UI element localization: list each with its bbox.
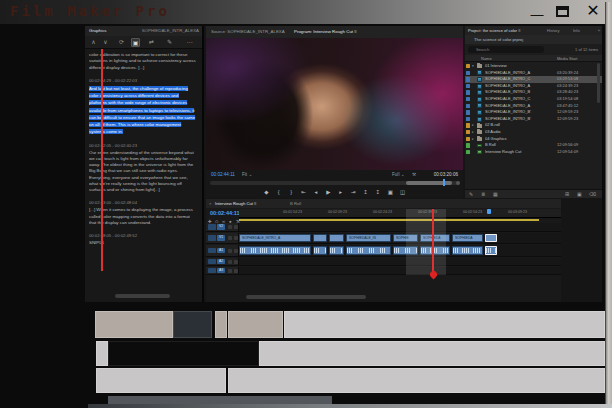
track-a1-lane[interactable] — [239, 245, 561, 256]
go-to-out-icon[interactable]: ⇥ — [348, 187, 359, 198]
timeline-horizontal-scrollbar[interactable] — [246, 295, 366, 299]
monitor-scroll-thumb[interactable] — [406, 181, 452, 185]
track-target-a2[interactable]: A2 — [217, 259, 225, 265]
wrench-icon[interactable]: ⚒ — [412, 170, 416, 180]
sequence-row[interactable]: B Roll12:09:56:09 — [465, 142, 602, 149]
source-patch[interactable] — [208, 235, 216, 241]
column-name[interactable]: Name — [481, 55, 492, 62]
source-patch[interactable] — [208, 224, 216, 230]
video-clip[interactable] — [313, 234, 327, 242]
transcript-segment[interactable]: color calibration is so important to cor… — [89, 52, 197, 71]
video-clip[interactable]: SOPHIEDA — [452, 234, 483, 242]
new-bin-icon[interactable]: ⊞ — [565, 190, 569, 199]
tab-history[interactable]: History — [547, 26, 559, 35]
audio-clip[interactable] — [239, 246, 311, 255]
transcript-segment[interactable]: 00:02:43:00 - 00:02:48:04 [...] When it … — [89, 200, 197, 226]
audio-clip[interactable] — [329, 246, 344, 255]
icon-view-icon[interactable]: ▦ — [493, 190, 498, 199]
bin-row[interactable]: ▸ 03 Audio — [465, 129, 602, 136]
add-marker-icon[interactable]: ◆ — [261, 187, 272, 198]
video-clip[interactable]: SOPHIEDALE_INTRO_A — [239, 234, 311, 242]
list-view-icon[interactable]: ≣ — [481, 190, 485, 199]
track-a3-lane[interactable] — [239, 267, 561, 274]
transcript-segment[interactable]: 00:02:22:05 - 00:02:40:23 Our entire und… — [89, 143, 197, 194]
edit-icon[interactable]: ✎ — [469, 190, 473, 199]
clip-row[interactable]: SOPHIEDALE_INTRO_B'12:09:59:23 — [465, 109, 602, 116]
zoom-level-dropdown[interactable]: Fit ⌄ — [242, 170, 252, 180]
extract-icon[interactable]: ↧ — [372, 187, 383, 198]
scrub-end-handle[interactable] — [456, 181, 460, 185]
tab-project[interactable]: Project: the science of color ≡ — [468, 26, 521, 35]
source-patch[interactable] — [208, 259, 216, 265]
previous-segment-icon[interactable]: ∧ — [89, 38, 98, 47]
loop-icon[interactable]: ⟳ — [117, 38, 126, 47]
audio-clip[interactable] — [346, 246, 391, 255]
edit-pen-icon[interactable]: ✎ — [165, 38, 174, 47]
bin-row[interactable]: ▾ 01 Interview — [465, 63, 602, 70]
more-menu-icon[interactable]: ⋯ — [185, 38, 194, 47]
source-patch[interactable] — [208, 248, 216, 254]
clip-row[interactable]: SOPHIEDALE_INTRO_A03:47:45:12 — [465, 103, 602, 110]
source-patch[interactable] — [208, 268, 216, 274]
track-target-a3[interactable]: A3 — [217, 268, 225, 274]
comparison-view-icon[interactable]: ◫ — [397, 187, 408, 198]
track-a2-lane[interactable] — [239, 258, 561, 265]
go-to-in-icon[interactable]: ⇤ — [298, 187, 309, 198]
clip-row[interactable]: SOPHIEDALE_INTRO_B03:28:40:23 — [465, 89, 602, 96]
sequence-row[interactable]: Interview Rough Cut12:09:54:09 — [465, 149, 602, 156]
solo-track-icon[interactable] — [234, 249, 238, 253]
toggle-track-output-icon[interactable] — [228, 236, 232, 240]
tab-source-monitor[interactable]: Source: SOPHIEDALE_INTR_ALEXA — [211, 26, 285, 38]
tab-sequence-active[interactable]: Interview Rough Cut ≡ — [215, 199, 257, 208]
work-area-end-handle[interactable] — [487, 209, 491, 214]
clip-row-selected[interactable]: SOPHIEDALE_INTRO_C03:29:53:08 — [465, 76, 602, 83]
play-icon[interactable]: ▶ — [323, 187, 334, 198]
clip-row[interactable]: SOPHIEDALE_INTRO_A03:24:39:23 — [465, 83, 602, 90]
time-ruler[interactable]: 00:01:54:23 00:02:09:23 00:02:24:23 00:0… — [239, 209, 561, 218]
lift-icon[interactable]: ↥ — [360, 187, 371, 198]
bin-row[interactable]: ▸ 04 Graphics — [465, 136, 602, 143]
search-input[interactable]: Search — [468, 46, 544, 53]
audio-clip[interactable] — [452, 246, 483, 255]
mark-out-icon[interactable]: } — [286, 187, 297, 198]
toggle-track-output-icon[interactable] — [228, 225, 232, 229]
video-clip[interactable]: SOPHIEDALE_IN — [346, 234, 391, 242]
delete-icon[interactable]: ⌫ — [589, 190, 596, 199]
step-back-icon[interactable]: ◂ — [310, 187, 321, 198]
tab-sequence-broll[interactable]: B Roll — [290, 199, 301, 208]
track-target-v1[interactable]: V1 — [217, 235, 225, 241]
video-clip[interactable] — [329, 234, 344, 242]
lock-track-icon[interactable] — [234, 236, 238, 240]
tab-overflow-icon[interactable]: » — [598, 26, 600, 35]
clip-row[interactable]: SOPHIEDALE_INTRO_C03:19:54:08 — [465, 96, 602, 103]
audio-clip[interactable] — [313, 246, 327, 255]
mark-in-icon[interactable]: { — [273, 187, 284, 198]
clip-row[interactable]: SOPHIEDALE_INTRO_B'12:09:59:23 — [465, 116, 602, 123]
track-target-v2[interactable]: V2 — [217, 224, 225, 230]
playback-resolution-dropdown[interactable]: Full ⌄ — [392, 170, 405, 180]
new-item-icon[interactable]: ▣ — [577, 190, 582, 199]
export-frame-icon[interactable]: ▣ — [385, 187, 396, 198]
project-scrollbar[interactable] — [597, 63, 600, 103]
clip-row[interactable]: SOPHIEDALE_INTRO_A03:20:39:24 — [465, 70, 602, 77]
bin-row[interactable]: ▸ 02 B-roll — [465, 122, 602, 129]
timeline-playhead[interactable] — [432, 209, 434, 275]
close-button[interactable]: ✕ — [584, 2, 602, 18]
lock-track-icon[interactable] — [234, 225, 238, 229]
column-media-start[interactable]: Media Start — [557, 55, 577, 62]
maximize-button[interactable] — [556, 6, 569, 17]
transcript-segment[interactable]: 00:02:04:29 - 00:02:22:03 And last but n… — [89, 78, 197, 136]
audio-clip-selected[interactable] — [485, 246, 497, 255]
mute-track-icon[interactable] — [228, 249, 232, 253]
mute-track-icon[interactable] — [228, 260, 232, 264]
solo-track-icon[interactable] — [234, 260, 238, 264]
caption-icon[interactable]: ▣ — [131, 38, 140, 47]
track-v2-lane[interactable] — [239, 223, 561, 231]
close-tab-icon[interactable]: × — [209, 199, 211, 208]
tab-info[interactable]: Info — [573, 26, 580, 35]
transcript-scrollbar[interactable] — [115, 294, 170, 298]
transcript-segment[interactable]: 00:02:48:05 - 00:02:49:52 SNIP01 — [89, 233, 197, 246]
video-clip-selected[interactable] — [485, 234, 497, 242]
next-segment-icon[interactable]: ∨ — [101, 38, 110, 47]
track-v1-lane[interactable]: SOPHIEDALE_INTRO_A SOPHIEDALE_IN SOPHIE … — [239, 233, 561, 243]
